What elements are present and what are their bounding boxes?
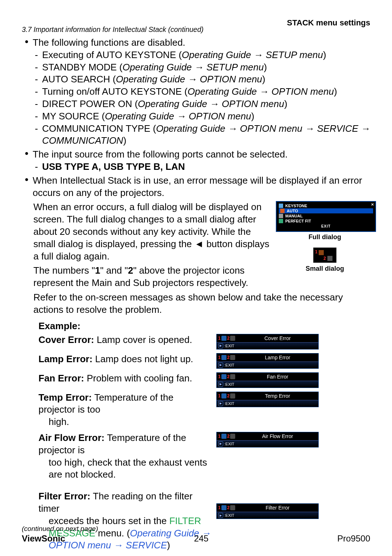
close-icon: ✕ bbox=[371, 203, 374, 207]
error-example-row: Cover Error: Lamp cover is opened.12Cove… bbox=[38, 334, 374, 349]
exit-label: :EXIT bbox=[224, 513, 234, 518]
bullet-disabled-functions: The following functions are disabled. Ex… bbox=[25, 37, 374, 147]
error-example-row: Fan Error: Problem with cooling fan.12Fa… bbox=[38, 372, 374, 388]
example-block: Example: Cover Error: Lamp cover is open… bbox=[38, 320, 374, 556]
error-example-row: Lamp Error: Lamp does not light up.12Lam… bbox=[38, 353, 374, 369]
page-footer: (continued on next page) ViewSonic 245 P… bbox=[22, 533, 370, 544]
continued-note: (continued on next page) bbox=[22, 525, 98, 533]
page-number: 245 bbox=[194, 533, 208, 544]
exit-label: :EXIT bbox=[224, 344, 234, 348]
bold-ports-line: USB TYPE A, USB TYPE B, LAN bbox=[33, 161, 374, 173]
error-dialog-message: Lamp Error bbox=[237, 355, 318, 360]
exit-label: :EXIT bbox=[224, 363, 234, 367]
small-dialog-graphic: 1 2 bbox=[313, 248, 336, 263]
error-dialog-message: Temp Error bbox=[237, 393, 318, 399]
play-icon bbox=[218, 382, 223, 387]
error-dialog-message: Air Flow Error bbox=[237, 433, 318, 439]
example-heading: Example: bbox=[38, 320, 374, 332]
footer-model: Pro9500 bbox=[337, 533, 370, 544]
disabled-function-item: STANDBY MODE (Operating Guide → SETUP me… bbox=[33, 61, 374, 74]
disabled-function-item: Turning on/off AUTO KEYSTONE (Operating … bbox=[33, 86, 374, 98]
play-icon bbox=[218, 363, 223, 368]
play-icon bbox=[218, 343, 223, 348]
error-dialog-message: Fan Error bbox=[237, 374, 318, 380]
error-description: Fan Error: Problem with cooling fan. bbox=[38, 372, 216, 385]
error-intro: When Intellectual Stack is in use, an er… bbox=[33, 175, 362, 198]
error-dialog-graphic: 12Temp Error:EXIT bbox=[216, 392, 319, 407]
error-dialog-graphic: 12Fan Error:EXIT bbox=[216, 372, 319, 388]
disabled-function-item: COMMUNICATION TYPE (Operating Guide → OP… bbox=[33, 123, 374, 147]
error-dialog-graphic: 12Cover Error:EXIT bbox=[216, 334, 319, 349]
disabled-function-item: Executing of AUTO KEYSTONE (Operating Gu… bbox=[33, 49, 374, 61]
error-description: Cover Error: Lamp cover is opened. bbox=[38, 334, 216, 346]
bullet-error-message: When Intellectual Stack is in use, an er… bbox=[25, 175, 374, 199]
dialog-illustrations: ✕ KEYSTONE AUTO MANUAL PERFECT FIT EXIT … bbox=[276, 201, 374, 273]
exit-label: :EXIT bbox=[224, 401, 234, 406]
exit-label: :EXIT bbox=[224, 382, 234, 387]
error-description: Lamp Error: Lamp does not light up. bbox=[38, 353, 216, 365]
error-dialog-graphic: 12Air Flow Error:EXIT bbox=[216, 432, 319, 447]
small-dialog-label: Small dialog bbox=[276, 265, 374, 273]
disabled-function-item: AUTO SEARCH (Operating Guide → OPTION me… bbox=[33, 73, 374, 86]
bullet-intro: The input source from the following port… bbox=[33, 149, 287, 160]
error-description: Air Flow Error: Temperature of the proje… bbox=[38, 432, 216, 481]
disabled-function-item: DIRECT POWER ON (Operating Guide → OPTIO… bbox=[33, 98, 374, 110]
error-dialog-message: Cover Error bbox=[237, 335, 318, 341]
header-section: STACK menu settings bbox=[287, 18, 370, 28]
full-dialog-label: Full dialog bbox=[276, 233, 374, 241]
bullet-intro: The following functions are disabled. bbox=[33, 37, 185, 48]
bullet-input-ports: The input source from the following port… bbox=[25, 148, 374, 173]
footer-brand: ViewSonic bbox=[22, 533, 65, 544]
error-description: Temp Error: Temperature of the projector… bbox=[38, 392, 216, 428]
error-example-row: Air Flow Error: Temperature of the proje… bbox=[38, 432, 374, 481]
disabled-function-item: MY SOURCE (Operating Guide → OPTION menu… bbox=[33, 110, 374, 123]
exit-label: :EXIT bbox=[224, 442, 234, 446]
error-dialog-graphic: 12Lamp Error:EXIT bbox=[216, 353, 319, 369]
error-example-row: Temp Error: Temperature of the projector… bbox=[38, 392, 374, 428]
full-dialog-graphic: ✕ KEYSTONE AUTO MANUAL PERFECT FIT EXIT bbox=[276, 201, 376, 232]
play-icon bbox=[218, 513, 223, 518]
error-dialog-graphic: 12Filter Error:EXIT bbox=[216, 503, 319, 519]
error-dialog-message: Filter Error bbox=[237, 505, 318, 511]
play-icon bbox=[218, 401, 223, 406]
refer-paragraph: Refer to the on-screen messages as shown… bbox=[33, 291, 374, 316]
play-icon bbox=[218, 441, 223, 446]
